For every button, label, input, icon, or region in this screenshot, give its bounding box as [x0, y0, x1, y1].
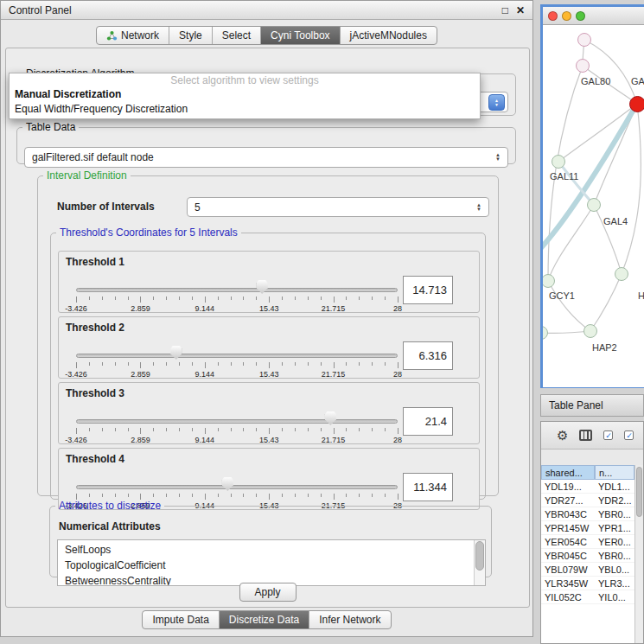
table-cell[interactable]: YDR2...: [595, 494, 634, 507]
network-node[interactable]: [615, 267, 628, 281]
table-row[interactable]: YIL052CYIL0...: [541, 590, 634, 604]
number-of-intervals-stepper-icon: ▲ ▼: [476, 203, 481, 212]
window-minimize-button[interactable]: [562, 11, 571, 21]
column-header-0[interactable]: shared...: [541, 465, 595, 480]
threshold-slider[interactable]: -3.4262.8599.14415.4321.71528: [76, 343, 398, 378]
interval-definition-group: Interval Definition Number of Intervals …: [37, 169, 499, 496]
bottom-tab-discretize-data[interactable]: Discretize Data: [220, 611, 309, 628]
algorithm-dropdown-button[interactable]: ▲ ▼: [488, 94, 505, 111]
slider-track[interactable]: [76, 288, 398, 292]
tick-mark: [102, 494, 103, 497]
table-cell[interactable]: YDL19...: [541, 480, 595, 493]
table-cell[interactable]: YLR345W: [541, 577, 595, 590]
close-window-icon[interactable]: ✕: [516, 4, 525, 16]
tab-select[interactable]: Select: [213, 27, 261, 44]
table-cell[interactable]: YBR0...: [595, 507, 634, 520]
table-scrollbar-thumb[interactable]: [636, 467, 642, 517]
network-titlebar[interactable]: [543, 7, 644, 25]
tab-style[interactable]: Style: [169, 27, 213, 44]
table-cell[interactable]: YIL052C: [541, 590, 595, 603]
threshold-slider[interactable]: -3.4262.8599.14415.4321.71528: [76, 277, 398, 312]
table-cell[interactable]: YBL0...: [595, 563, 634, 576]
table-row[interactable]: YBL079WYBL0...: [541, 563, 634, 577]
table-cell[interactable]: YER0...: [595, 535, 634, 548]
tab-network[interactable]: Network: [97, 27, 169, 44]
slider-track[interactable]: [76, 354, 398, 358]
table-cell[interactable]: YER054C: [541, 535, 595, 548]
network-node[interactable]: [629, 96, 644, 112]
table-cell[interactable]: YBR0...: [595, 549, 634, 562]
network-node[interactable]: [552, 155, 565, 169]
table-cell[interactable]: YIL0...: [595, 590, 634, 603]
select-all-checkbox[interactable]: ✓: [603, 430, 613, 440]
network-icon: [106, 30, 118, 41]
table-data-stepper-icon: ▲ ▼: [495, 153, 501, 162]
threshold-slider[interactable]: -3.4262.8599.14415.4321.71528: [76, 409, 398, 443]
tick-mark: [153, 362, 154, 366]
algorithm-option-equal-width-frequency-discretization[interactable]: Equal Width/Frequency Discretization: [10, 102, 480, 117]
threshold-value-field[interactable]: 14.713: [403, 276, 453, 304]
numerical-attributes-label: Numerical Attributes: [59, 520, 161, 532]
table-row[interactable]: YBR045CYBR0...: [541, 549, 634, 563]
threshold-value-field[interactable]: 21.4: [403, 407, 453, 436]
slider-track[interactable]: [76, 419, 398, 424]
network-node[interactable]: [587, 198, 601, 212]
tick-mark: [385, 362, 386, 366]
tab-label: Impute Data: [152, 614, 208, 626]
attribute-item-topologicalcoefficient[interactable]: TopologicalCoefficient: [58, 558, 485, 573]
tab-cyni-toolbox[interactable]: Cyni Toolbox: [261, 27, 340, 44]
table-cell[interactable]: YBL079W: [541, 563, 595, 576]
algorithm-option-manual-discretization[interactable]: Manual Discretization: [10, 87, 480, 102]
number-of-intervals-combobox[interactable]: 5 ▲ ▼: [187, 197, 489, 217]
network-node[interactable]: [577, 33, 591, 47]
tick-mark: [76, 296, 77, 303]
threshold-value-field[interactable]: 11.344: [403, 473, 453, 501]
window-zoom-button[interactable]: [576, 11, 585, 21]
control-panel-titlebar[interactable]: Control Panel □ ✕: [1, 1, 532, 20]
tab-label: jActiveMNodules: [350, 29, 427, 41]
attributes-scrollbar[interactable]: [474, 540, 485, 585]
table-row[interactable]: YPR145WYPR1...: [541, 521, 634, 535]
table-cell[interactable]: YDR27...: [541, 494, 595, 507]
apply-button[interactable]: Apply: [239, 583, 296, 602]
tick-mark: [76, 428, 77, 434]
tab-jactivemnodules[interactable]: jActiveMNodules: [341, 27, 437, 44]
tick-mark: [243, 296, 244, 300]
table-row[interactable]: YDR27...YDR2...: [541, 494, 634, 507]
attribute-item-selfloops[interactable]: SelfLoops: [58, 542, 485, 558]
settings-gear-icon[interactable]: ⚙: [557, 429, 568, 442]
select-column-checkbox[interactable]: ✓: [624, 430, 634, 440]
table-row[interactable]: YDL19...YDL1...: [541, 480, 634, 494]
table-cell[interactable]: YPR1...: [595, 521, 634, 534]
tick-mark: [128, 428, 129, 431]
columns-icon[interactable]: [579, 430, 592, 441]
table-data-combobox[interactable]: galFiltered.sif default node ▲ ▼: [24, 147, 508, 168]
bottom-tab-impute-data[interactable]: Impute Data: [143, 611, 219, 628]
window-close-button[interactable]: [548, 11, 558, 21]
table-row[interactable]: YER054CYER0...: [541, 535, 634, 549]
slider-track[interactable]: [76, 485, 398, 489]
network-node[interactable]: [576, 59, 590, 73]
column-header-1[interactable]: n...: [595, 465, 634, 480]
threshold-panel-1: Threshold 1-3.4262.8599.14415.4321.71528…: [58, 251, 480, 313]
attributes-list[interactable]: SelfLoopsTopologicalCoefficientBetweenne…: [57, 539, 486, 586]
table-cell[interactable]: YBR043C: [541, 507, 595, 520]
algorithm-dropdown-list: Select algorithm to view settings Manual…: [9, 73, 481, 119]
bottom-tab-bar: Impute DataDiscretize DataInfer Network: [142, 610, 391, 629]
tick-mark: [115, 494, 116, 497]
tick-mark: [218, 428, 219, 431]
float-window-icon[interactable]: □: [502, 4, 508, 16]
table-cell[interactable]: YBR045C: [541, 549, 595, 562]
table-row[interactable]: YLR345WYLR3...: [541, 577, 634, 590]
table-row[interactable]: YBR043CYBR0...: [541, 507, 634, 521]
tick-mark: [321, 494, 322, 497]
network-node[interactable]: [583, 324, 597, 338]
threshold-value-field[interactable]: 6.316: [403, 341, 453, 370]
attributes-scrollbar-thumb[interactable]: [475, 541, 484, 571]
bottom-tab-infer-network[interactable]: Infer Network: [309, 611, 390, 628]
table-cell[interactable]: YPR145W: [541, 521, 595, 534]
table-cell[interactable]: YLR3...: [595, 577, 634, 590]
table-scrollbar[interactable]: [634, 465, 643, 643]
table-cell[interactable]: YDL1...: [595, 480, 634, 493]
tick-mark: [282, 428, 283, 431]
